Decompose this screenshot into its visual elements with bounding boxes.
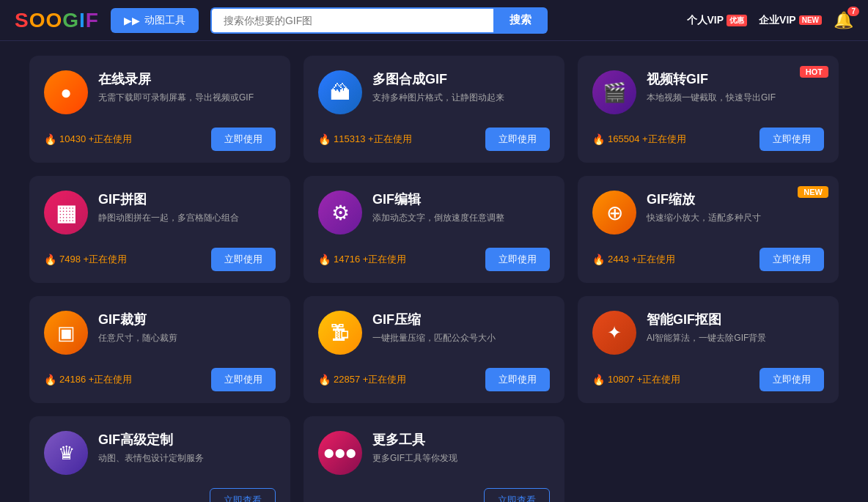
personal-vip[interactable]: 个人VIP 优惠 — [687, 14, 748, 27]
card-bottom: 🔥 165504 +正在使用 立即使用 — [592, 128, 824, 151]
fire-icon: 🔥 — [592, 133, 605, 145]
search-input[interactable] — [210, 7, 493, 34]
card-icon: ⊕ — [592, 191, 636, 235]
icon-symbol: ⬤⬤⬤ — [324, 448, 357, 458]
card-top: ⬤⬤⬤ 更多工具 更多GIF工具等你发现 — [318, 431, 550, 475]
card-desc: AI智能算法，一键去除GIF背景 — [647, 331, 824, 344]
card-info: GIF拼图 静图动图拼在一起，多宫格随心组合 — [98, 191, 276, 224]
card-info: 更多工具 更多GIF工具等你发现 — [372, 431, 550, 465]
fire-icon: 🔥 — [44, 374, 56, 385]
card-title: GIF压缩 — [372, 311, 550, 328]
usage-text: 115313 +正在使用 — [334, 133, 412, 146]
card-gif-cutout: ✦ 智能GIF抠图 AI智能算法，一键去除GIF背景 🔥 10807 +正在使用… — [578, 296, 839, 403]
card-info: 视频转GIF 本地视频一键截取，快速导出GIF — [647, 70, 824, 104]
usage-count: 🔥 10430 +正在使用 — [44, 133, 132, 146]
nav-btn-label: 动图工具 — [144, 14, 185, 27]
bell-count: 7 — [847, 7, 859, 16]
usage-count: 🔥 24186 +正在使用 — [44, 373, 132, 386]
card-gif-crop: ▣ GIF裁剪 任意尺寸，随心裁剪 🔥 24186 +正在使用 立即使用 — [29, 296, 290, 403]
card-info: GIF高级定制 动图、表情包设计定制服务 — [98, 431, 276, 465]
card-top: ● 在线录屏 无需下载即可录制屏幕，导出视频或GIF — [44, 70, 276, 114]
card-icon: ▦ — [44, 191, 88, 235]
fire-icon: 🔥 — [592, 374, 605, 385]
usage-count: 🔥 7498 +正在使用 — [44, 253, 127, 266]
card-title: GIF裁剪 — [98, 311, 276, 328]
card-action-button[interactable]: 立即查看 — [484, 488, 550, 502]
main-content: ● 在线录屏 无需下载即可录制屏幕，导出视频或GIF 🔥 10430 +正在使用… — [0, 41, 868, 502]
card-bottom: 🔥 2443 +正在使用 立即使用 — [592, 248, 824, 271]
card-gif-puzzle: ▦ GIF拼图 静图动图拼在一起，多宫格随心组合 🔥 7498 +正在使用 立即… — [29, 176, 290, 283]
animation-tools-button[interactable]: ▶▶ 动图工具 — [111, 8, 199, 33]
hot-badge: HOT — [800, 66, 828, 78]
usage-text: 24186 +正在使用 — [59, 373, 132, 386]
card-icon: 🏔 — [318, 70, 362, 114]
card-icon: ✦ — [592, 311, 636, 355]
animation-icon: ▶▶ — [124, 15, 140, 26]
icon-symbol: ⊕ — [606, 201, 623, 225]
card-action-button[interactable]: 立即查看 — [210, 488, 276, 502]
card-more-tools: ⬤⬤⬤ 更多工具 更多GIF工具等你发现 立即查看 — [304, 416, 564, 502]
card-desc: 一键批量压缩，匹配公众号大小 — [372, 331, 550, 344]
icon-symbol: ▦ — [56, 200, 76, 226]
card-action-button[interactable]: 立即使用 — [760, 368, 824, 391]
card-bottom: 🔥 22857 +正在使用 立即使用 — [318, 368, 550, 391]
usage-count: 🔥 10807 +正在使用 — [592, 373, 680, 386]
notification-bell[interactable]: 🔔 7 — [834, 11, 853, 30]
header: SOOGIF ▶▶ 动图工具 搜索 个人VIP 优惠 企业VIP NEW 🔔 7 — [0, 0, 868, 41]
card-title: GIF编辑 — [372, 191, 550, 208]
card-icon: ● — [44, 70, 88, 114]
personal-vip-tag: 优惠 — [727, 15, 747, 26]
card-title: 在线录屏 — [98, 70, 276, 88]
card-info: GIF编辑 添加动态文字，倒放速度任意调整 — [372, 191, 550, 224]
card-title: 视频转GIF — [647, 70, 824, 88]
card-top: ♛ GIF高级定制 动图、表情包设计定制服务 — [44, 431, 276, 475]
card-bottom: 🔥 10430 +正在使用 立即使用 — [44, 128, 276, 151]
card-bottom: 立即查看 — [44, 488, 276, 502]
card-gif-zoom: NEW ⊕ GIF缩放 快速缩小放大，适配多种尺寸 🔥 2443 +正在使用 立… — [578, 176, 839, 283]
usage-count: 🔥 22857 +正在使用 — [318, 373, 406, 386]
usage-count: 🔥 165504 +正在使用 — [592, 133, 686, 146]
card-bottom: 🔥 14716 +正在使用 立即使用 — [318, 248, 550, 271]
card-video-gif: HOT 🎬 视频转GIF 本地视频一键截取，快速导出GIF 🔥 165504 +… — [578, 56, 839, 163]
card-gif-compress: 🗜 GIF压缩 一键批量压缩，匹配公众号大小 🔥 22857 +正在使用 立即使… — [304, 296, 564, 403]
card-desc: 本地视频一键截取，快速导出GIF — [647, 91, 824, 104]
icon-symbol: ✦ — [607, 322, 622, 343]
usage-text: 2443 +正在使用 — [608, 253, 675, 266]
usage-text: 10430 +正在使用 — [59, 133, 132, 146]
card-desc: 静图动图拼在一起，多宫格随心组合 — [98, 211, 276, 224]
card-action-button[interactable]: 立即使用 — [760, 128, 824, 151]
card-title: GIF高级定制 — [98, 431, 276, 449]
card-action-button[interactable]: 立即使用 — [211, 248, 276, 271]
card-action-button[interactable]: 立即使用 — [760, 248, 824, 271]
card-desc: 支持多种图片格式，让静图动起来 — [372, 91, 550, 104]
card-action-button[interactable]: 立即使用 — [485, 368, 550, 391]
search-button[interactable]: 搜索 — [493, 7, 548, 34]
card-icon: ♛ — [44, 431, 88, 475]
card-gif-edit: ⚙ GIF编辑 添加动态文字，倒放速度任意调整 🔥 14716 +正在使用 立即… — [304, 176, 564, 283]
card-action-button[interactable]: 立即使用 — [485, 248, 550, 271]
usage-count: 🔥 2443 +正在使用 — [592, 253, 675, 266]
card-title: 智能GIF抠图 — [647, 311, 824, 328]
icon-symbol: 🗜 — [331, 322, 350, 344]
card-action-button[interactable]: 立即使用 — [211, 368, 276, 391]
card-icon: ⚙ — [318, 191, 362, 235]
fire-icon: 🔥 — [318, 374, 331, 385]
card-icon: ▣ — [44, 311, 88, 355]
card-gif-custom: ♛ GIF高级定制 动图、表情包设计定制服务 立即查看 — [29, 416, 290, 502]
card-info: 在线录屏 无需下载即可录制屏幕，导出视频或GIF — [98, 70, 276, 104]
card-bottom: 🔥 7498 +正在使用 立即使用 — [44, 248, 276, 271]
card-online-record: ● 在线录屏 无需下载即可录制屏幕，导出视频或GIF 🔥 10430 +正在使用… — [29, 56, 290, 163]
fire-icon: 🔥 — [592, 254, 605, 265]
usage-text: 22857 +正在使用 — [334, 373, 406, 386]
card-top: ⊕ GIF缩放 快速缩小放大，适配多种尺寸 — [592, 191, 824, 235]
icon-symbol: ⚙ — [331, 201, 350, 225]
card-action-button[interactable]: 立即使用 — [211, 128, 276, 151]
usage-count: 🔥 14716 +正在使用 — [318, 253, 406, 266]
usage-text: 10807 +正在使用 — [608, 373, 680, 386]
card-info: GIF裁剪 任意尺寸，随心裁剪 — [98, 311, 276, 344]
card-desc: 无需下载即可录制屏幕，导出视频或GIF — [98, 91, 276, 104]
card-icon: 🎬 — [592, 70, 636, 114]
enterprise-vip[interactable]: 企业VIP NEW — [759, 14, 822, 27]
card-action-button[interactable]: 立即使用 — [485, 128, 550, 151]
card-top: ✦ 智能GIF抠图 AI智能算法，一键去除GIF背景 — [592, 311, 824, 355]
